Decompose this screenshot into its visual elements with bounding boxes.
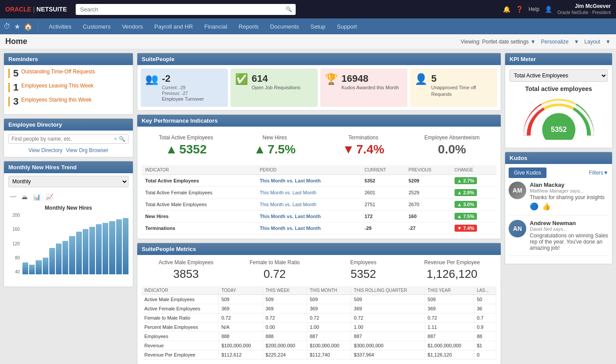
- mt-last-3: 0.9: [474, 322, 496, 331]
- mt-year-3: 1.11: [425, 322, 474, 331]
- kpi-table: INDICATOR PERIOD CURRENT PREVIOUS CHANGE…: [142, 165, 496, 234]
- big-num-revenue: 1,126,120: [408, 267, 497, 281]
- nav-documents[interactable]: Documents: [265, 21, 304, 33]
- give-kudos-button[interactable]: Give Kudos: [509, 167, 546, 178]
- metrics-table-row-3: Percent Male Employees N/A 0.00 1.00 1.0…: [142, 322, 496, 331]
- mt-today-0: 509: [219, 295, 263, 304]
- bell-icon[interactable]: 🔔: [503, 6, 510, 13]
- favorites-icon[interactable]: ★: [14, 22, 20, 31]
- avatar-andrew: AN: [509, 220, 526, 237]
- kpi-metric-active: Total Active Employees ▲5352: [142, 131, 231, 160]
- metrics-table-row-4: Employees 888 888 887 887 887 88: [142, 331, 496, 341]
- kpi-td-previous-0: 5209: [405, 175, 451, 186]
- recent-icon[interactable]: ⏱: [4, 22, 11, 31]
- mt-last-2: 0.7: [474, 313, 496, 322]
- kpi-td-change-3: ▲ 7.5%: [451, 210, 496, 222]
- kpi-metric-term: Terminations ▼7.4%: [319, 131, 408, 160]
- logo-separator: |: [33, 6, 35, 13]
- home-icon[interactable]: 🏠: [24, 22, 33, 31]
- chart-line-icon[interactable]: 〰: [8, 193, 18, 201]
- kpi-td-change-4: ▼ 7.4%: [451, 222, 496, 234]
- kpi-td-period-0[interactable]: This Month vs. Last Month: [256, 175, 361, 186]
- kudo-msg-alan: Thanks for sharing your insights: [530, 194, 605, 200]
- thumbsup-icon-alan[interactable]: 👍: [542, 202, 551, 211]
- chart-mixed-icon[interactable]: 📈: [44, 193, 55, 201]
- kudos-body: Give Kudos Filters▼ AM Alan Mackay Matth…: [505, 164, 612, 264]
- personalize-link[interactable]: Personalize: [541, 39, 568, 45]
- viewing-label: Viewing: Portlet date settings: [461, 39, 529, 45]
- search-input[interactable]: [76, 4, 296, 15]
- mt-today-5: $100,000,000: [219, 341, 263, 350]
- kpi-td-previous-3: 160: [405, 210, 451, 222]
- th-previous: PREVIOUS: [405, 165, 451, 175]
- kpi-td-period-2[interactable]: This Month vs. Last Month: [256, 198, 361, 210]
- kpi-td-previous-2: 2670: [405, 198, 451, 210]
- metric-label-abs: Employee Absenteeism: [411, 135, 493, 141]
- kpi-td-period-3[interactable]: This Month vs. Last Month: [256, 210, 361, 222]
- kpi-td-indicator-1: Total Active Female Employees: [142, 186, 256, 198]
- user-icon[interactable]: 👤: [545, 6, 552, 13]
- bar-8: [76, 232, 82, 275]
- y-label-160: 160: [12, 227, 20, 232]
- kpi-td-change-0: ▲ 2.7%: [451, 175, 496, 186]
- viewing-bar: Viewing: Portlet date settings ▼: [461, 39, 535, 45]
- kpi-td-current-1: 2601: [361, 186, 405, 198]
- turnover-content: -2 Current: -29 Previous: -27 Employee T…: [162, 73, 204, 102]
- kpi-meter-select[interactable]: Total Active Employees New Hires Termina…: [510, 69, 608, 82]
- mth-year: THIS YEAR: [425, 286, 474, 295]
- reminder-item-1[interactable]: 5 Outstanding Time-Off Requests: [8, 69, 128, 78]
- employee-search-icon[interactable]: 🔍: [119, 136, 125, 142]
- nav-setup[interactable]: Setup: [305, 21, 331, 33]
- chart-area-icon[interactable]: ⛰: [20, 193, 29, 201]
- nav-vendors[interactable]: Vendors: [117, 21, 148, 33]
- layout-link[interactable]: Layout: [584, 39, 600, 45]
- kpi-table-body: Total Active Employees This Month vs. La…: [142, 175, 496, 234]
- nav-financial[interactable]: Financial: [199, 21, 232, 33]
- kudo-name-alan[interactable]: Alan Mackay: [530, 182, 605, 188]
- kpi-td-period-1[interactable]: This Month vs. Last Month: [256, 186, 361, 198]
- layout-icon[interactable]: ▼: [605, 39, 611, 45]
- mt-week-4: 888: [263, 331, 307, 341]
- view-directory-link[interactable]: View Directory: [29, 147, 62, 153]
- bar-7: [69, 236, 75, 274]
- kudo-name-andrew[interactable]: Andrew Newman: [530, 220, 609, 226]
- nav-customers[interactable]: Customers: [77, 21, 116, 33]
- employee-search-field[interactable]: × 🔍: [8, 134, 128, 144]
- monthly-period-select[interactable]: Monthly Quarterly Yearly: [8, 176, 128, 187]
- kpi-td-period-4[interactable]: This Month vs. Last Month: [256, 222, 361, 234]
- avatar-alan-img: AM: [509, 182, 526, 199]
- employee-directory-header: Employee Directory: [4, 119, 133, 131]
- mt-last-6: 0: [474, 350, 496, 359]
- search-icon[interactable]: 🔍: [286, 6, 292, 12]
- chart-bar-icon[interactable]: 📊: [31, 193, 42, 201]
- help-icon[interactable]: ❓: [516, 6, 523, 13]
- mt-month-4: 887: [307, 331, 351, 341]
- metric-col-employees: Employees 5352: [319, 259, 408, 281]
- nav-reports[interactable]: Reports: [233, 21, 264, 33]
- search-bar: 🔍: [76, 4, 296, 15]
- home-header: Home Viewing: Portlet date settings ▼ Pe…: [0, 34, 616, 49]
- mt-last-5: $1: [474, 341, 496, 350]
- employee-search-input[interactable]: [11, 136, 114, 142]
- viewing-dropdown-icon[interactable]: ▼: [531, 39, 536, 45]
- metric-value-term: ▼7.4%: [323, 142, 404, 157]
- personalize-icon[interactable]: ▼: [574, 39, 579, 45]
- bar-13: [109, 221, 115, 274]
- suite-people-metrics-header: SuitePeople Metrics: [137, 243, 501, 255]
- reminder-item-3[interactable]: 3 Employees Starting this Week: [8, 97, 128, 106]
- clear-search-icon[interactable]: ×: [114, 136, 117, 142]
- left-column: Reminders 5 Outstanding Time-Off Request…: [4, 53, 133, 364]
- view-org-browser-link[interactable]: View Org Browser: [66, 147, 108, 153]
- nav-payroll[interactable]: Payroll and HR: [149, 21, 198, 33]
- like-icon-alan[interactable]: 🔵: [530, 202, 539, 211]
- reminder-item-2[interactable]: 1 Employees Leaving This Week: [8, 83, 128, 92]
- nav-support[interactable]: Support: [332, 21, 363, 33]
- gauge-container: 5352: [519, 96, 598, 140]
- kudos-filters-button[interactable]: Filters▼: [589, 170, 609, 176]
- mt-quarter-2: 0.72: [351, 313, 425, 322]
- page-title: Home: [5, 37, 461, 46]
- help-label[interactable]: Help: [528, 6, 539, 12]
- nav-activities[interactable]: Activities: [44, 21, 77, 33]
- mt-today-6: $112,612: [219, 350, 263, 359]
- reminder-number-1: 5: [13, 69, 18, 78]
